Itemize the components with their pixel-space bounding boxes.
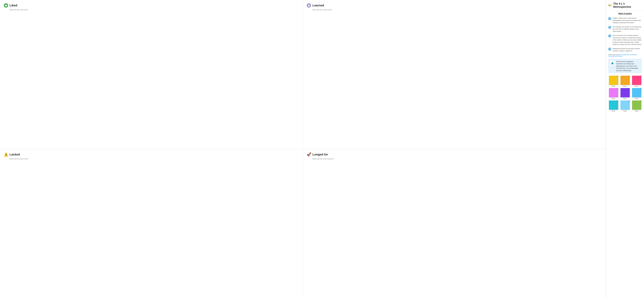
- sticky-note-7[interactable]: [620, 101, 630, 110]
- arrow-icon[interactable]: [608, 4, 612, 7]
- sticky-item-7: Name: [620, 101, 630, 112]
- step-4-number: 4: [608, 48, 611, 51]
- step-4: 4 Repeat the process for the other secti…: [608, 48, 642, 52]
- learned-title: Learned: [312, 4, 324, 7]
- sticky-note-8[interactable]: [632, 101, 641, 110]
- svg-marker-1: [608, 4, 610, 7]
- sticky-label-1: Name: [623, 86, 627, 87]
- sticky-item-8: Name: [631, 101, 642, 112]
- sticky-note-0[interactable]: [609, 76, 618, 85]
- step-1-number: 1: [608, 17, 611, 20]
- step-1: 1 Assign a sticky color to each person p…: [608, 17, 642, 24]
- sidebar: The 4 L's Retrospective How it works 1 A…: [606, 0, 644, 298]
- learned-icon: [307, 3, 311, 8]
- lacked-header: ⚠️ Lacked: [4, 152, 299, 157]
- sidebar-title-bar: The 4 L's Retrospective: [606, 0, 644, 10]
- sticky-label-3: Name: [612, 98, 615, 99]
- liked-title: Liked: [10, 4, 17, 7]
- sticky-item-6: Name: [608, 101, 619, 112]
- sidebar-title: The 4 L's Retrospective: [613, 2, 642, 9]
- sticky-note-4[interactable]: [620, 88, 630, 97]
- quadrant-learned: Learned What did the team learn?: [303, 0, 606, 149]
- quadrant-longed-for: 🚀 Longed for What did the team long for?: [303, 149, 606, 298]
- sticky-label-7: Name: [623, 110, 627, 112]
- how-it-works-title: How it works: [608, 13, 642, 15]
- sticky-note-2[interactable]: [632, 76, 641, 85]
- sticky-label-0: Name: [612, 86, 615, 87]
- longed-for-subtitle: What did the team long for?: [312, 158, 602, 160]
- step-3-text: Set a new timer for 8 minutes and give e…: [612, 34, 642, 46]
- sticky-note-6[interactable]: [609, 101, 618, 110]
- step-3-number: 3: [608, 35, 611, 38]
- learned-header: Learned: [307, 3, 602, 8]
- sticky-item-3: Name: [608, 88, 619, 99]
- liked-subtitle: What did the team like?: [10, 9, 299, 11]
- sticky-item-4: Name: [620, 88, 630, 99]
- sticky-note-3[interactable]: [609, 88, 618, 97]
- sticky-item-5: Name: [631, 88, 642, 99]
- lacked-title: Lacked: [10, 153, 20, 156]
- longed-for-icon: 🚀: [307, 152, 311, 157]
- step-2-text: As moderator, set a timer for 3 minutes …: [612, 26, 642, 33]
- sticky-item-0: Name: [608, 76, 619, 87]
- learned-subtitle: What did the team learn?: [312, 9, 602, 11]
- liked-header: Liked: [4, 3, 299, 8]
- invite-box: Get the full Conceptboard experience by …: [608, 59, 642, 73]
- main-board: Liked What did the team like? Learned Wh…: [0, 0, 606, 298]
- sticky-item-2: Name: [631, 76, 642, 87]
- sticky-label-8: Name: [635, 110, 638, 112]
- svg-marker-0: [610, 4, 611, 7]
- sticky-item-1: Name: [620, 76, 630, 87]
- sticky-label-4: Name: [623, 98, 627, 99]
- step-1-text: Assign a sticky color to each person par…: [612, 17, 642, 24]
- sticky-label-5: Name: [635, 98, 638, 99]
- step-2-number: 2: [608, 26, 611, 29]
- liked-icon: [4, 3, 8, 8]
- sticky-note-5[interactable]: [632, 88, 641, 97]
- lacked-icon: ⚠️: [4, 152, 8, 157]
- sticky-note-1[interactable]: [620, 76, 630, 85]
- invite-text: Get the full Conceptboard experience by …: [616, 61, 640, 72]
- sticky-grid: NameNameNameNameNameNameNameNameName: [608, 76, 642, 112]
- step-3: 3 Set a new timer for 8 minutes and give…: [608, 34, 642, 46]
- quadrant-lacked: ⚠️ Lacked What did the team lack?: [0, 149, 303, 298]
- sticky-label-2: Name: [635, 86, 638, 87]
- conceptboard-logo-icon: [610, 61, 615, 65]
- quadrant-liked: Liked What did the team like?: [0, 0, 303, 149]
- step-2: 2 As moderator, set a timer for 3 minute…: [608, 26, 642, 33]
- step-4-text: Repeat the process for the other section…: [612, 48, 642, 52]
- longed-for-title: Longed for: [312, 153, 328, 156]
- lacked-subtitle: What did the team lack?: [10, 158, 299, 160]
- longed-for-header: 🚀 Longed for: [307, 152, 602, 157]
- learn-more: Learn more at https://conceptboard.com/b…: [608, 54, 642, 57]
- sidebar-content: How it works 1 Assign a sticky color to …: [606, 10, 644, 114]
- sticky-label-6: Name: [612, 110, 615, 112]
